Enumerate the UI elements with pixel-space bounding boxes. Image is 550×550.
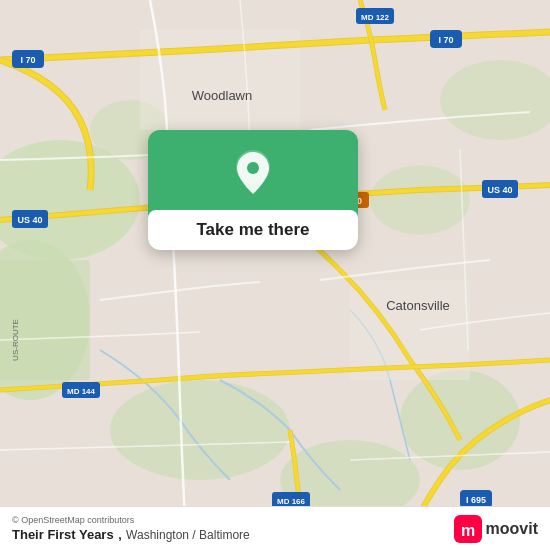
svg-text:Catonsville: Catonsville: [386, 298, 450, 313]
svg-text:US-ROUTE: US-ROUTE: [11, 319, 20, 361]
map-container: I 70 I 70 US 40 US 40 US 40 40 MD 144 MD…: [0, 0, 550, 550]
svg-text:MD 144: MD 144: [67, 387, 96, 396]
app-title: Their First Years: [12, 527, 114, 542]
moovit-text: moovit: [486, 520, 538, 538]
location-pin-icon: [229, 148, 277, 196]
separator: ,: [118, 525, 122, 543]
take-me-there-button[interactable]: Take me there: [156, 220, 350, 240]
moovit-icon: m: [454, 515, 482, 543]
svg-point-7: [370, 165, 470, 235]
svg-text:US 40: US 40: [17, 215, 42, 225]
svg-point-4: [110, 380, 290, 480]
bottom-bar: © OpenStreetMap contributors Their First…: [0, 506, 550, 550]
app-location: Washington / Baltimore: [126, 528, 250, 542]
svg-text:MD 122: MD 122: [361, 13, 390, 22]
svg-point-36: [247, 162, 259, 174]
svg-text:US 40: US 40: [487, 185, 512, 195]
moovit-logo[interactable]: m moovit: [454, 515, 538, 543]
svg-text:I 695: I 695: [466, 495, 486, 505]
svg-text:Woodlawn: Woodlawn: [192, 88, 252, 103]
bottom-left: © OpenStreetMap contributors Their First…: [12, 515, 250, 543]
popup-label-area[interactable]: Take me there: [148, 210, 358, 250]
svg-text:I 70: I 70: [438, 35, 453, 45]
attribution-text: © OpenStreetMap contributors: [12, 515, 134, 525]
svg-text:I 70: I 70: [20, 55, 35, 65]
svg-text:MD 166: MD 166: [277, 497, 306, 506]
svg-text:m: m: [460, 522, 474, 539]
popup-card: Take me there: [148, 130, 358, 250]
